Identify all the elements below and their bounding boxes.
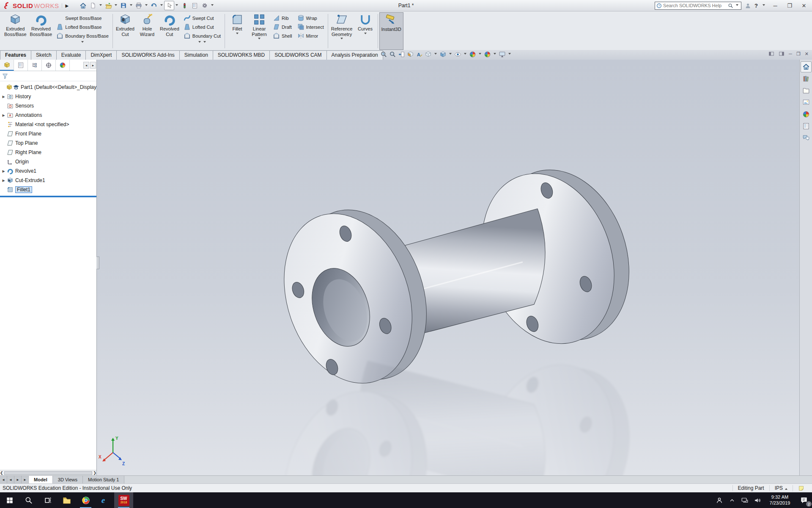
tab-features[interactable]: Features <box>0 50 31 60</box>
collapse-pane-left-icon[interactable] <box>768 51 774 57</box>
units-selector[interactable]: IPS <box>769 485 793 491</box>
expand-arrow-icon[interactable]: ▶ <box>1 113 6 117</box>
options-button[interactable] <box>200 1 210 10</box>
action-center-button[interactable]: 2 <box>796 492 812 508</box>
doc-restore-button[interactable]: ❐ <box>796 51 801 57</box>
graphics-area[interactable]: Y X Z <box>97 60 799 475</box>
taskbar-search-button[interactable] <box>19 492 38 508</box>
undo-dropdown-caret[interactable] <box>160 4 163 7</box>
tab-featuremanager-design-tree[interactable] <box>0 60 14 71</box>
task-view-button[interactable] <box>38 492 57 508</box>
previous-view-button[interactable] <box>398 50 406 58</box>
curves-caret[interactable] <box>364 33 367 36</box>
view-settings-caret[interactable] <box>508 53 511 56</box>
scroll-right-arrow[interactable]: ❯ <box>93 471 96 475</box>
view-settings-button[interactable] <box>498 50 506 58</box>
hide-show-caret[interactable] <box>464 53 466 56</box>
pane-tabs-scroll-right[interactable]: ► <box>90 62 96 69</box>
display-style-caret[interactable] <box>449 53 452 56</box>
people-tray-icon[interactable] <box>713 492 726 508</box>
taskbar-clock[interactable]: 9:32 AM 7/23/2019 <box>764 492 796 508</box>
tree-item-cut-extrude1[interactable]: ▶Cut-Extrude1 <box>0 176 96 185</box>
revolved-cut-button[interactable]: Revolved Cut <box>158 12 181 50</box>
scroll-left-arrow[interactable]: ❮ <box>0 471 3 475</box>
view-orientation-button[interactable] <box>424 50 432 58</box>
tab-model[interactable]: Model <box>29 476 53 483</box>
display-style-button[interactable] <box>439 50 447 58</box>
expand-arrow-icon[interactable]: ▶ <box>1 95 6 99</box>
extruded-boss-base-button[interactable]: Extruded Boss/Base <box>3 12 28 50</box>
doc-close-button[interactable]: ✕ <box>805 51 809 57</box>
tree-horizontal-scrollbar[interactable]: ❮❯ <box>0 470 96 475</box>
filter-funnel-icon[interactable] <box>2 73 8 80</box>
new-dropdown-caret[interactable] <box>99 4 102 7</box>
print-dropdown-caret[interactable] <box>145 4 148 7</box>
hide-show-items-button[interactable] <box>454 50 462 58</box>
properties-button[interactable] <box>189 1 200 10</box>
selection-toggles-button[interactable] <box>179 1 189 10</box>
minimize-button[interactable]: ─ <box>770 1 781 10</box>
select-dropdown-caret[interactable] <box>176 4 178 7</box>
apply-scene-button[interactable] <box>483 50 491 58</box>
design-library-button[interactable] <box>801 73 812 84</box>
restore-button[interactable]: ❐ <box>784 1 795 10</box>
user-account-icon[interactable] <box>745 3 751 9</box>
panel-splitter-handle[interactable] <box>96 257 99 269</box>
wrap-button[interactable]: Wrap <box>295 14 326 22</box>
extruded-cut-button[interactable]: Extruded Cut <box>114 12 136 50</box>
cut-group-caret2[interactable] <box>203 41 206 44</box>
tree-item-revolve1[interactable]: ▶Revolve1 <box>0 166 96 176</box>
chrome-taskbar-button[interactable] <box>76 492 95 508</box>
volume-tray-icon[interactable] <box>751 492 764 508</box>
tree-item-origin[interactable]: Origin <box>0 157 96 166</box>
start-button[interactable] <box>0 492 19 508</box>
dynamic-annotation-views-button[interactable] <box>415 50 423 58</box>
help-menu[interactable]: ? <box>754 3 758 9</box>
open-button[interactable] <box>103 1 113 10</box>
open-dropdown-caret[interactable] <box>115 4 117 7</box>
swept-boss-base-button[interactable]: Swept Boss/Base <box>54 14 111 22</box>
tab-scroll-next[interactable]: ► <box>14 476 22 483</box>
collapse-pane-right-icon[interactable] <box>779 51 785 57</box>
tree-item-top-plane[interactable]: Top Plane <box>0 138 96 148</box>
tree-item-fillet1[interactable]: Fillet1 <box>0 185 96 194</box>
tab-dimxpert[interactable]: DimXpert <box>85 50 117 60</box>
tab-3d-views[interactable]: 3D Views <box>53 476 83 483</box>
close-button[interactable]: ✕ <box>798 1 809 10</box>
print-button[interactable] <box>134 1 144 10</box>
rollback-bar[interactable] <box>0 196 96 197</box>
boundary-cut-button[interactable]: Boundary Cut <box>181 31 223 40</box>
view-orientation-caret[interactable] <box>434 53 437 56</box>
edge-taskbar-button[interactable]: e <box>95 492 114 508</box>
file-explorer-taskbar-button[interactable] <box>57 492 76 508</box>
taskpane-home-button[interactable] <box>801 61 812 72</box>
tab-solidworks-cam[interactable]: SOLIDWORKS CAM <box>269 50 326 60</box>
curves-button[interactable]: Curves <box>354 12 376 50</box>
search-scope-caret[interactable] <box>736 4 738 7</box>
view-palette-button[interactable] <box>801 97 812 108</box>
linear-pattern-button[interactable]: Linear Pattern <box>248 12 270 50</box>
apply-scene-caret[interactable] <box>494 53 496 56</box>
zoom-to-area-button[interactable] <box>389 50 397 58</box>
search-icon[interactable] <box>728 3 733 8</box>
tab-motion-study-1[interactable]: Motion Study 1 <box>83 476 124 483</box>
boss-group-caret[interactable] <box>81 41 84 44</box>
forum-button[interactable] <box>801 133 812 144</box>
reference-geometry-button[interactable]: Reference Geometry <box>329 12 354 50</box>
rib-button[interactable]: Rib <box>270 14 294 22</box>
menu-flyout-arrow-icon[interactable]: ▶ <box>62 3 72 8</box>
tree-item-material[interactable]: Material <not specified> <box>0 120 96 129</box>
help-search-input[interactable] <box>663 3 727 8</box>
tab-simulation[interactable]: Simulation <box>179 50 213 60</box>
tab-sketch[interactable]: Sketch <box>31 50 57 60</box>
tab-displaymanager[interactable] <box>56 60 70 71</box>
mirror-button[interactable]: Mirror <box>295 31 326 40</box>
tab-evaluate[interactable]: Evaluate <box>56 50 86 60</box>
solidworks-taskbar-button[interactable]: SW2018 <box>114 492 133 508</box>
swept-cut-button[interactable]: Swept Cut <box>181 14 223 22</box>
linear-pattern-caret[interactable] <box>258 38 261 41</box>
file-explorer-button[interactable] <box>801 85 812 96</box>
tab-dimxpertmanager[interactable] <box>42 60 56 71</box>
tree-item-sensors[interactable]: Sensors <box>0 101 96 110</box>
lofted-cut-button[interactable]: Lofted Cut <box>181 22 223 31</box>
